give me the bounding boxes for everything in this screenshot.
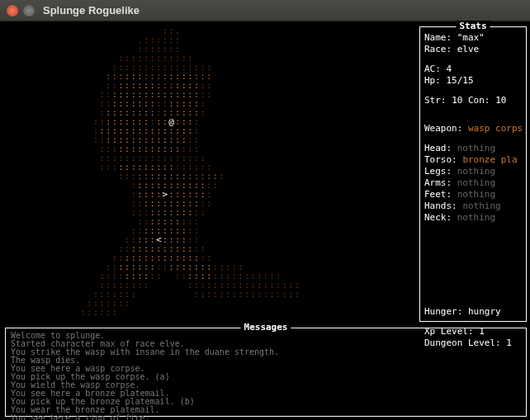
con-value: 10: [495, 95, 506, 106]
ac-value: 4: [447, 64, 452, 74]
head-value: nothing: [457, 143, 495, 153]
weapon-label: Weapon:: [424, 123, 462, 134]
messages-panel: Messages Welcome to splunge. Started cha…: [5, 328, 527, 417]
map-ascii: ::. .:::::: ::::::: :::::::::::: :::::::…: [5, 26, 416, 317]
arms-label: Arms:: [424, 177, 452, 188]
minimize-icon[interactable]: [23, 5, 35, 17]
head-label: Head:: [424, 143, 452, 153]
race-label: Race:: [424, 44, 452, 54]
hp-label: Hp:: [424, 75, 441, 86]
race-value: elve: [457, 44, 480, 54]
close-icon[interactable]: [7, 5, 18, 17]
con-label: Con:: [468, 95, 490, 106]
legs-label: Legs:: [424, 166, 452, 177]
dungeon-map[interactable]: ::. .:::::: ::::::: :::::::::::: :::::::…: [5, 26, 416, 322]
hands-label: Hands:: [424, 201, 457, 211]
feet-value: nothing: [457, 189, 495, 200]
messages-panel-label: Messages: [241, 322, 291, 333]
neck-label: Neck:: [424, 212, 452, 223]
weapon-value: wasp corps: [468, 123, 523, 134]
str-label: Str:: [424, 95, 447, 106]
hunger-label: Hunger:: [424, 306, 462, 317]
hunger-value: hungry: [468, 306, 501, 317]
messages-log: Welcome to splunge. Started character ma…: [6, 328, 526, 420]
neck-value: nothing: [457, 212, 495, 223]
window-titlebar: Splunge Roguelike: [0, 0, 530, 21]
legs-value: nothing: [457, 166, 495, 177]
arms-value: nothing: [457, 177, 495, 188]
stats-panel: Stats Name: "max" Race: elve AC: 4 Hp: 1…: [419, 26, 527, 322]
feet-label: Feet:: [424, 189, 452, 200]
name-label: Name:: [424, 32, 452, 43]
name-value: "max": [457, 32, 485, 43]
hp-value: 15/15: [447, 75, 474, 86]
stats-panel-label: Stats: [456, 21, 490, 31]
ac-label: AC:: [424, 64, 441, 74]
torso-label: Torso:: [424, 154, 457, 165]
torso-value: bronze pla: [462, 154, 517, 165]
hands-value: nothing: [462, 201, 500, 211]
str-value: 10: [452, 95, 462, 106]
game-viewport[interactable]: ::. .:::::: ::::::: :::::::::::: :::::::…: [0, 21, 530, 420]
window-title: Splunge Roguelike: [43, 4, 140, 17]
